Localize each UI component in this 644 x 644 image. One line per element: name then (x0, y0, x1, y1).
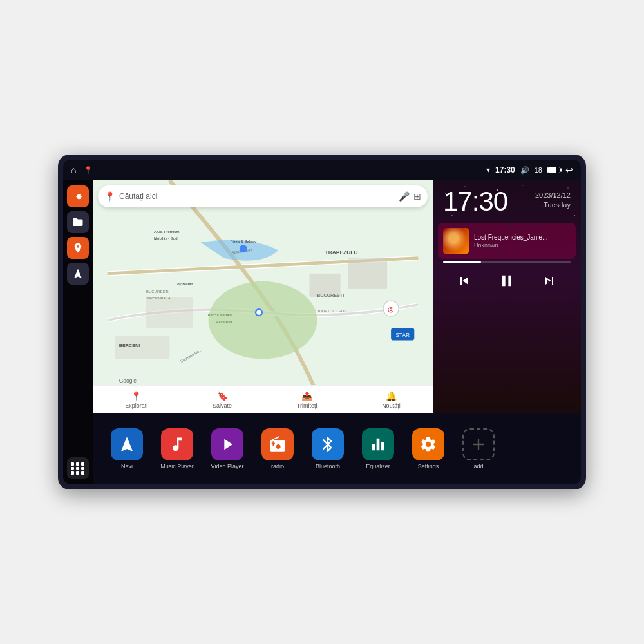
prev-button[interactable] (453, 269, 476, 292)
svg-text:BUCUREȘTI: BUCUREȘTI (146, 290, 169, 294)
news-label: Noutăți (382, 402, 401, 409)
app-add[interactable]: add (455, 428, 502, 469)
svg-text:JUDETUL ILFOV: JUDETUL ILFOV (317, 309, 346, 313)
map-search-icons: 🎤 ⊞ (399, 191, 421, 202)
svg-text:BUCUREȘTI: BUCUREȘTI (317, 292, 344, 298)
map-nav-send[interactable]: 📤 Trimiteți (297, 391, 317, 409)
app-bluetooth[interactable]: Bluetooth (304, 428, 352, 469)
explore-label: Explorați (125, 402, 147, 409)
news-icon: 🔔 (386, 391, 397, 401)
saved-icon: 🔖 (217, 391, 228, 401)
mic-icon[interactable]: 🎤 (399, 191, 410, 202)
svg-text:Pizza & Bakery: Pizza & Bakery (230, 240, 256, 243)
album-art-image (443, 228, 469, 254)
home-icon[interactable]: ⌂ (71, 165, 76, 175)
add-icon (462, 428, 495, 460)
add-label: add (473, 463, 483, 469)
layers-icon[interactable]: ⊞ (413, 191, 421, 202)
map-nav-news[interactable]: 🔔 Noutăți (382, 391, 401, 409)
send-icon: 📤 (301, 391, 312, 401)
svg-text:BERCENI: BERCENI (119, 343, 140, 348)
wifi-icon: ▾ (486, 166, 490, 175)
navi-icon (111, 428, 143, 460)
app-video[interactable]: Video Player (204, 428, 251, 469)
map-nav-explore[interactable]: 📍 Explorați (125, 391, 147, 409)
status-time: 17:30 (495, 166, 515, 175)
battery-fill (548, 167, 556, 173)
battery-icon (547, 167, 560, 173)
app-settings[interactable]: Settings (404, 428, 452, 469)
status-left: ⌂ 📍 (71, 165, 93, 175)
next-button[interactable] (538, 269, 561, 292)
map-google-pin: 📍 (104, 191, 115, 202)
track-name: Lost Frequencies_Janie... (474, 234, 571, 241)
location-status-icon: 📍 (84, 166, 93, 175)
map-panel[interactable]: TRAPEZULU BUCUREȘTI JUDETUL ILFOV BERCEN… (93, 180, 433, 413)
sidebar-settings-btn[interactable] (67, 185, 89, 207)
bluetooth-icon (312, 428, 344, 460)
svg-text:◎: ◎ (388, 305, 394, 313)
music-date: 2023/12/12 Tuesday (535, 191, 571, 211)
radio-label: radio (271, 463, 284, 469)
battery-level: 18 (535, 166, 542, 174)
back-icon[interactable]: ↩ (565, 165, 573, 175)
music-icon (161, 428, 193, 460)
equalizer-icon (362, 428, 394, 460)
saved-label: Salvate (213, 402, 232, 409)
map-search-bar[interactable]: 📍 Căutați aici 🎤 ⊞ (98, 185, 428, 207)
svg-text:Parcul Natural: Parcul Natural (208, 313, 232, 317)
app-radio[interactable]: radio (254, 428, 301, 469)
svg-text:STAR: STAR (395, 332, 410, 338)
status-right: ▾ 17:30 🔊 18 ↩ (486, 165, 573, 175)
top-panels: TRAPEZULU BUCUREȘTI JUDETUL ILFOV BERCEN… (93, 180, 581, 413)
settings-icon (412, 428, 444, 460)
app-navi[interactable]: Navi (103, 428, 151, 469)
svg-text:TRAPEZULU: TRAPEZULU (325, 249, 358, 256)
svg-rect-5 (348, 258, 387, 289)
sidebar-apps-btn[interactable] (67, 457, 89, 479)
svg-text:AXIS Premium: AXIS Premium (154, 230, 179, 234)
date-year: 2023/12/12 (535, 191, 571, 200)
music-track-section: Lost Frequencies_Janie... Unknown (438, 223, 576, 259)
music-panel: 17:30 2023/12/12 Tuesday (433, 180, 581, 413)
left-sidebar (63, 180, 93, 484)
music-label: Music Player (160, 463, 194, 469)
music-time-section: 17:30 2023/12/12 Tuesday (433, 180, 581, 220)
volume-icon: 🔊 (520, 166, 529, 175)
screen: ⌂ 📍 ▾ 17:30 🔊 18 ↩ (63, 160, 581, 484)
explore-icon: 📍 (131, 391, 142, 401)
music-progress-bar[interactable] (443, 261, 571, 263)
navi-label: Navi (121, 463, 133, 469)
date-day: Tuesday (535, 200, 571, 210)
radio-icon (261, 428, 294, 460)
svg-text:Mobility - Sud: Mobility - Sud (154, 236, 177, 240)
map-bottom-nav: 📍 Explorați 🔖 Salvate 📤 Trimiteți (93, 385, 433, 413)
video-label: Video Player (211, 463, 244, 469)
progress-fill (443, 261, 481, 263)
svg-text:oy Merlin: oy Merlin (177, 282, 193, 286)
svg-text:SECTORUL 4: SECTORUL 4 (146, 296, 171, 300)
sidebar-maps-btn[interactable] (67, 237, 89, 259)
sidebar-folder-btn[interactable] (67, 211, 89, 233)
svg-rect-6 (146, 297, 193, 328)
equalizer-label: Equalizer (366, 463, 390, 469)
track-info: Lost Frequencies_Janie... Unknown (474, 234, 571, 249)
map-nav-saved[interactable]: 🔖 Salvate (213, 391, 232, 409)
map-search-text: Căutați aici (119, 192, 395, 201)
track-artist: Unknown (474, 242, 571, 249)
svg-point-24 (240, 245, 247, 252)
app-equalizer[interactable]: Equalizer (354, 428, 402, 469)
center-area: TRAPEZULU BUCUREȘTI JUDETUL ILFOV BERCEN… (93, 180, 581, 484)
music-clock: 17:30 (443, 188, 507, 215)
svg-text:Văcărești: Văcărești (216, 320, 232, 324)
sidebar-navi-btn[interactable] (67, 263, 89, 285)
svg-point-17 (256, 310, 261, 315)
music-controls (433, 263, 581, 299)
album-art (443, 228, 469, 254)
apps-grid-icon (71, 462, 85, 475)
car-head-unit: ⌂ 📍 ▾ 17:30 🔊 18 ↩ (58, 155, 586, 489)
app-music[interactable]: Music Player (153, 428, 201, 469)
clock-display: 17:30 (443, 188, 507, 215)
pause-button[interactable] (495, 269, 518, 292)
status-bar: ⌂ 📍 ▾ 17:30 🔊 18 ↩ (63, 160, 581, 180)
